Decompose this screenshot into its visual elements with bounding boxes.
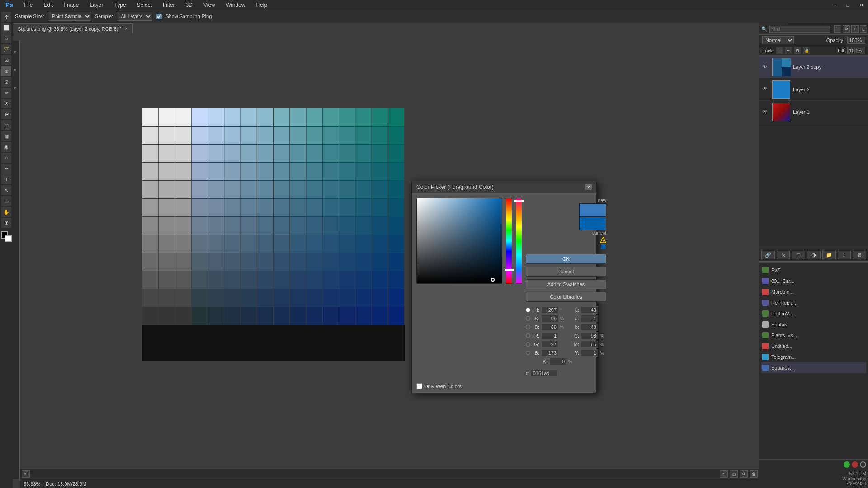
filter-btn[interactable]: ⚙ <box>740 470 748 478</box>
red-input[interactable] <box>541 332 558 339</box>
saturation-radio[interactable] <box>526 316 530 321</box>
menu-view[interactable]: View <box>202 1 217 9</box>
lib-item-pvz[interactable]: PvZ <box>761 265 866 276</box>
menu-3d[interactable]: 3D <box>184 1 194 9</box>
dodge-tool[interactable]: ○ <box>1 153 11 163</box>
layer-group-btn[interactable]: 📁 <box>822 251 836 259</box>
menu-type[interactable]: Type <box>113 1 128 9</box>
layer-item-0[interactable]: 👁 Layer 2 copy <box>760 56 868 78</box>
color-libraries-button[interactable]: Color Libraries <box>526 292 606 302</box>
hue-slider[interactable] <box>506 198 512 284</box>
alpha-slider[interactable] <box>516 198 522 284</box>
quick-selection-tool[interactable]: 🪄 <box>1 44 11 54</box>
lock-position-btn[interactable]: ✒ <box>785 47 792 54</box>
history-brush-tool[interactable]: ↩ <box>1 109 11 119</box>
sample-value-select[interactable]: All Layers <box>117 12 152 21</box>
eraser-tool[interactable]: ◻ <box>1 120 11 130</box>
new-color-box[interactable] <box>579 203 606 217</box>
opacity-input[interactable] <box>847 37 865 44</box>
menu-help[interactable]: Help <box>254 1 269 9</box>
eyedropper-tool[interactable]: ⊕ <box>1 66 11 76</box>
edit-btn[interactable]: ✒ <box>720 470 728 478</box>
brightness-input[interactable] <box>541 324 558 331</box>
lock-artboard-btn[interactable]: ⊡ <box>794 47 801 54</box>
web-color-swatch[interactable] <box>601 244 606 249</box>
tab-close-icon[interactable]: ✕ <box>124 26 128 31</box>
layer-2-visibility-icon[interactable]: 👁 <box>762 108 769 116</box>
menu-window[interactable]: Window <box>224 1 247 9</box>
lib-item-untitled[interactable]: Untitled... <box>761 341 866 352</box>
green-radio[interactable] <box>526 342 530 347</box>
delete-layer-btn[interactable]: 🗑 <box>750 470 758 478</box>
layer-item-1[interactable]: 👁 Layer 2 <box>760 78 868 101</box>
blue-radio[interactable] <box>526 351 530 355</box>
canvas-area[interactable] <box>20 33 760 479</box>
show-sampling-ring-checkbox[interactable] <box>156 14 162 19</box>
lib-item-re[interactable]: Re: Repla... <box>761 297 866 308</box>
rectangular-marquee-tool[interactable]: ⬜ <box>1 23 11 33</box>
menu-edit[interactable]: Edit <box>42 1 55 9</box>
filter-adjust-icon[interactable]: ⚙ <box>843 25 850 33</box>
lock-pixel-btn[interactable]: ⬛ <box>776 47 783 54</box>
dialog-close-button[interactable]: ✕ <box>585 184 592 190</box>
layer-1-visibility-icon[interactable]: 👁 <box>762 86 769 93</box>
layer-adjustment-btn[interactable]: ◑ <box>807 251 821 259</box>
fg-bg-colors[interactable] <box>1 231 12 243</box>
blur-tool[interactable]: ◉ <box>1 142 11 152</box>
filter-text-icon[interactable]: T <box>851 25 859 33</box>
a-input[interactable] <box>581 315 598 322</box>
lib-item-plants[interactable]: Plants_vs... <box>761 330 866 341</box>
lib-item-squares[interactable]: Squares... <box>761 362 866 373</box>
layer-mask-btn[interactable]: ◻ <box>792 251 805 259</box>
red-radio[interactable] <box>526 333 530 338</box>
lib-item-car[interactable]: 001. Car... <box>761 276 866 286</box>
l-input[interactable] <box>581 306 598 314</box>
only-web-colors-checkbox[interactable] <box>416 383 422 389</box>
brightness-radio[interactable] <box>526 325 530 329</box>
cancel-button[interactable]: Cancel <box>526 267 606 277</box>
brush-tool[interactable]: ✏ <box>1 88 11 98</box>
zoom-tool[interactable]: ⊕ <box>1 218 11 228</box>
layer-link-btn[interactable]: 🔗 <box>761 251 775 259</box>
document-tab[interactable]: Squares.png @ 33.3% (Layer 2 copy, RGB/8… <box>13 23 133 33</box>
menu-layer[interactable]: Layer <box>88 1 105 9</box>
crop-tool[interactable]: ⊡ <box>1 55 11 65</box>
lasso-tool[interactable]: ⌾ <box>1 33 11 43</box>
close-button[interactable]: ✕ <box>854 0 868 10</box>
menu-filter[interactable]: Filter <box>161 1 177 9</box>
move-tool[interactable]: ✛ <box>1 12 11 22</box>
lib-item-photos[interactable]: Photos <box>761 319 866 330</box>
filter-pixel-icon[interactable]: ⬛ <box>834 25 841 33</box>
blue-input[interactable] <box>541 349 558 357</box>
minimize-button[interactable]: ─ <box>827 0 841 10</box>
lib-item-telegram[interactable]: Telegram... <box>761 352 866 362</box>
k-input[interactable] <box>549 358 566 365</box>
layer-item-2[interactable]: 👁 Layer 1 <box>760 101 868 123</box>
lib-item-proton[interactable]: ProtonV... <box>761 308 866 319</box>
path-selection-tool[interactable]: ↖ <box>1 185 11 195</box>
menu-file[interactable]: File <box>22 1 34 9</box>
m-input[interactable] <box>581 341 598 348</box>
layer-fx-btn[interactable]: fx <box>777 251 790 259</box>
app-logo[interactable]: Ps <box>4 0 15 9</box>
hue-input[interactable] <box>541 306 558 314</box>
layer-delete-btn[interactable]: 🗑 <box>853 251 866 259</box>
blend-mode-select[interactable]: Normal <box>762 36 794 44</box>
saturation-input[interactable] <box>541 315 558 322</box>
add-to-swatches-button[interactable]: Add to Swatches <box>526 279 606 289</box>
y-input[interactable] <box>581 349 598 357</box>
layer-new-btn[interactable]: + <box>838 251 851 259</box>
pen-tool[interactable]: ✒ <box>1 164 11 174</box>
mask-btn[interactable]: ◻ <box>730 470 738 478</box>
filter-shape-icon[interactable]: ◻ <box>860 25 867 33</box>
arrange-panels-btn[interactable]: ⊞ <box>22 470 30 478</box>
fill-input[interactable] <box>847 47 865 54</box>
rectangle-tool[interactable]: ▭ <box>1 196 11 206</box>
layer-0-visibility-icon[interactable]: 👁 <box>762 63 769 70</box>
spot-healing-tool[interactable]: ⊗ <box>1 77 11 87</box>
lib-item-mardom[interactable]: Mardom... <box>761 286 866 297</box>
hue-radio[interactable] <box>526 308 530 312</box>
b-input[interactable] <box>581 324 598 331</box>
maximize-button[interactable]: □ <box>841 0 854 10</box>
type-tool[interactable]: T <box>1 174 11 184</box>
